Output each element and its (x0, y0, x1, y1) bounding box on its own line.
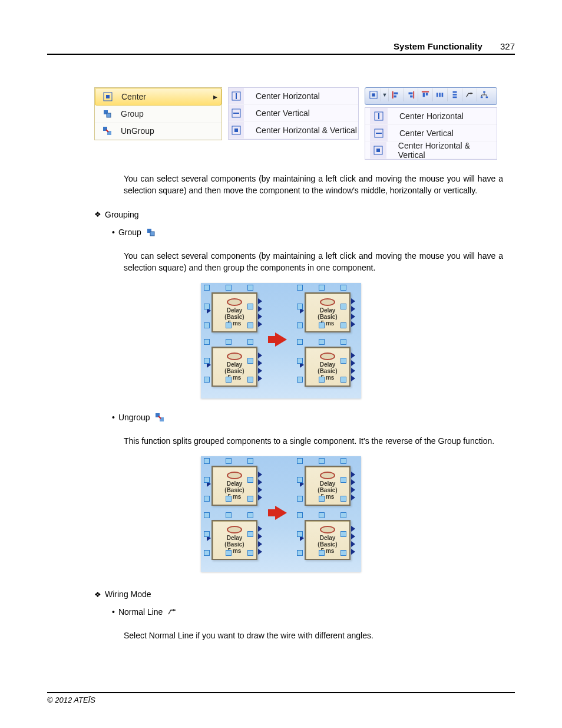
svg-line-6 (106, 130, 108, 132)
toolbar-distribute-v-button[interactable] (448, 88, 462, 101)
menu-item-ungroup[interactable]: UnGroup (95, 123, 222, 140)
chevron-down-icon: ▼ (382, 92, 388, 98)
heading-text: Wiring Mode (105, 589, 151, 599)
menu-item-label: Center Vertical (250, 108, 310, 118)
delay-node: Delay(Basic)5 ms (211, 292, 257, 332)
menu-item-center-vertical[interactable]: Center Vertical (229, 105, 358, 122)
delay-node: Delay(Basic)5 ms (211, 520, 257, 560)
center-h-icon (232, 91, 241, 101)
node-text: 5 ms (228, 548, 242, 554)
svg-rect-25 (439, 93, 441, 97)
node-text: Delay (320, 361, 336, 368)
copyright-text: © 2012 ATEÏS (47, 696, 95, 704)
node-text: 5 ms (228, 374, 242, 381)
tree-icon (480, 91, 488, 99)
bullet-label: Group (112, 228, 141, 237)
svg-rect-29 (453, 97, 457, 98)
wiring-icon (465, 91, 474, 99)
toolbar-align-left-button[interactable] (389, 88, 404, 101)
menu-item-label: Group (121, 109, 144, 118)
node-text: (Basic) (318, 541, 337, 548)
svg-rect-17 (394, 95, 396, 98)
svg-rect-33 (486, 97, 488, 98)
menu-item-center-both[interactable]: Center Horizontal & Vertical (229, 122, 358, 139)
toolbar-dropdown-button[interactable]: ▼ (381, 88, 389, 101)
toolbar-align-right-button[interactable] (404, 88, 418, 101)
group-icon (146, 228, 156, 237)
node-text: (Basic) (224, 541, 244, 548)
toolbar-tree-button[interactable] (477, 88, 491, 101)
center-description: You can select several components (by ma… (47, 173, 515, 197)
node-text: (Basic) (224, 487, 244, 493)
node-text: 5 ms (228, 320, 242, 327)
svg-rect-22 (423, 93, 425, 97)
menu-item-label: Center Horizontal (250, 91, 320, 101)
node-text: Delay (227, 535, 243, 541)
wiring-heading: ❖ Wiring Mode (47, 589, 515, 599)
normal-line-description: Select Normal Line if you want to draw t… (47, 630, 515, 641)
ungroup-icon (155, 413, 164, 422)
svg-rect-35 (378, 113, 379, 119)
group-diagram: Delay(Basic)5 msDelay(Basic)5 msDelay(Ba… (47, 283, 515, 398)
distribute-v-icon (451, 91, 459, 99)
menu-item-label: UnGroup (121, 126, 154, 136)
svg-marker-30 (471, 93, 473, 95)
svg-rect-19 (409, 93, 413, 95)
page: System Functionality 327 Center ▸ Group (0, 0, 562, 728)
toolbar-wiring-button[interactable] (462, 88, 477, 101)
page-number: 327 (500, 41, 515, 51)
delay-node: Delay(Basic)5 ms (211, 466, 257, 506)
node-text: 5 ms (321, 493, 335, 500)
alignment-toolbar: ▼ (365, 87, 497, 105)
delay-node: Delay(Basic)5 ms (305, 520, 351, 560)
context-menu-1: Center ▸ Group UnGroup (94, 87, 222, 140)
center-v-icon (232, 108, 241, 118)
group-bullet: Group (47, 228, 515, 237)
node-text: Delay (320, 535, 336, 541)
menu-item-label: Center (121, 92, 146, 101)
menu-item-group[interactable]: Group (95, 106, 222, 123)
menu-item-label: Center Horizontal (394, 111, 464, 121)
bullet-label: Normal Line (112, 607, 163, 617)
menu-item-center-vertical[interactable]: Center Vertical (365, 125, 497, 142)
svg-line-44 (158, 416, 161, 419)
context-menu-3: Center Horizontal Center Vertical Center… (365, 107, 497, 160)
toolbar-distribute-h-button[interactable] (433, 88, 448, 101)
node-text: (Basic) (318, 314, 337, 320)
align-right-icon (406, 91, 415, 99)
toolbar-center-button[interactable] (366, 88, 381, 101)
submenu-arrow-icon: ▸ (213, 92, 217, 101)
align-top-icon (421, 91, 429, 99)
node-text: (Basic) (318, 368, 337, 374)
diamond-bullet-icon: ❖ (94, 590, 101, 599)
toolbar-align-top-button[interactable] (418, 88, 433, 101)
svg-rect-16 (394, 93, 398, 95)
arrow-right-icon (275, 332, 287, 347)
delay-node: Delay(Basic)5 ms (305, 292, 351, 332)
center-both-icon (103, 92, 113, 101)
svg-rect-8 (236, 93, 237, 99)
center-both-icon (373, 146, 383, 155)
bullet-label: Ungroup (112, 413, 150, 422)
node-text: 5 ms (321, 548, 335, 554)
node-text: Delay (320, 307, 336, 314)
node-text: 5 ms (228, 493, 242, 500)
diagram-panel: Delay(Basic)5 msDelay(Basic)5 msDelay(Ba… (201, 456, 361, 572)
center-h-icon (374, 111, 384, 121)
delay-node: Delay(Basic)5 ms (305, 347, 351, 387)
node-text: 5 ms (321, 374, 335, 381)
heading-text: Grouping (105, 210, 139, 219)
menu-item-center[interactable]: Center ▸ (95, 88, 222, 106)
menus-row: Center ▸ Group UnGroup (47, 87, 515, 160)
menu-item-center-horizontal[interactable]: Center Horizontal (229, 88, 358, 105)
svg-rect-39 (376, 149, 380, 152)
center-both-icon (369, 91, 378, 99)
header-title: System Functionality (394, 41, 482, 51)
menu-item-center-horizontal[interactable]: Center Horizontal (365, 108, 497, 125)
group-icon (103, 109, 112, 118)
menu-item-center-both[interactable]: Center Horizontal & Vertical (365, 142, 497, 159)
node-text: 5 ms (321, 320, 335, 327)
svg-rect-14 (372, 93, 375, 96)
ungroup-icon (103, 126, 112, 136)
menu-item-label: Center Vertical (394, 129, 454, 138)
